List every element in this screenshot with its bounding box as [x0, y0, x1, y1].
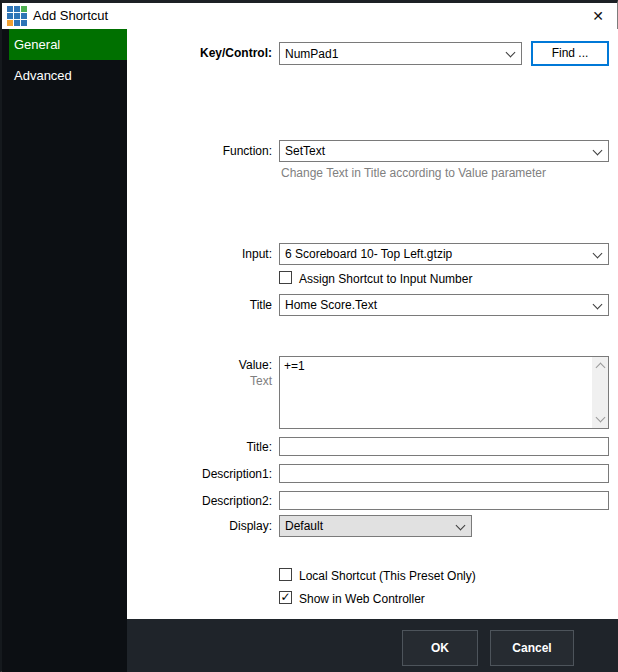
value-textarea[interactable]: +=1 — [280, 357, 591, 428]
description2-label: Description2: — [127, 494, 272, 508]
dialog-content: Key/Control: NumPad1 Find ... Function: … — [127, 29, 618, 619]
assign-shortcut-checkbox[interactable] — [279, 271, 292, 284]
title-input[interactable] — [279, 437, 609, 456]
sidebar: General Advanced — [2, 29, 127, 672]
display-label: Display: — [127, 519, 272, 533]
ok-button[interactable]: OK — [402, 630, 478, 666]
assign-shortcut-label: Assign Shortcut to Input Number — [299, 272, 472, 286]
key-control-select[interactable]: NumPad1 — [279, 42, 522, 65]
key-control-value: NumPad1 — [285, 47, 506, 61]
function-label: Function: — [127, 144, 272, 158]
local-shortcut-checkbox[interactable] — [279, 568, 292, 581]
description2-input[interactable] — [279, 491, 609, 510]
chevron-down-icon — [506, 49, 515, 58]
add-shortcut-dialog: Add Shortcut ✕ General Advanced Key/Cont… — [0, 0, 618, 672]
textarea-scrollbar[interactable] — [592, 357, 608, 428]
sidebar-item-advanced[interactable]: Advanced — [2, 60, 127, 91]
chevron-down-icon — [593, 147, 602, 156]
title-input-label: Title: — [127, 440, 272, 454]
web-controller-checkbox[interactable]: ✓ — [279, 591, 292, 604]
title-bar: Add Shortcut ✕ — [2, 3, 617, 29]
input-select[interactable]: 6 Scoreboard 10- Top Left.gtzip — [279, 243, 609, 265]
function-select[interactable]: SetText — [279, 140, 609, 162]
chevron-down-icon — [456, 522, 465, 531]
input-value: 6 Scoreboard 10- Top Left.gtzip — [285, 247, 593, 261]
function-description: Change Text in Title according to Value … — [281, 166, 546, 180]
description1-label: Description1: — [127, 467, 272, 481]
find-button[interactable]: Find ... — [531, 41, 609, 66]
key-control-label: Key/Control: — [127, 46, 272, 60]
scroll-up-icon[interactable] — [596, 362, 605, 371]
value-label: Value: — [127, 358, 272, 372]
web-controller-label: Show in Web Controller — [299, 592, 425, 606]
description1-input[interactable] — [279, 464, 609, 483]
scroll-down-icon[interactable] — [596, 414, 605, 423]
window-title: Add Shortcut — [33, 8, 108, 23]
display-select[interactable]: Default — [279, 515, 472, 537]
function-value: SetText — [285, 144, 593, 158]
footer-bar: OK Cancel — [127, 619, 618, 672]
app-logo-icon — [7, 6, 27, 26]
chevron-down-icon — [593, 301, 602, 310]
display-value: Default — [285, 519, 456, 533]
cancel-button[interactable]: Cancel — [490, 630, 574, 666]
close-icon[interactable]: ✕ — [589, 7, 607, 25]
title-select[interactable]: Home Score.Text — [279, 294, 609, 316]
local-shortcut-label: Local Shortcut (This Preset Only) — [299, 569, 476, 583]
title-select-value: Home Score.Text — [285, 298, 593, 312]
value-sublabel: Text — [127, 374, 272, 388]
input-label: Input: — [127, 247, 272, 261]
sidebar-item-general[interactable]: General — [9, 29, 127, 60]
value-textarea-frame: +=1 — [279, 356, 609, 429]
chevron-down-icon — [593, 250, 602, 259]
title-select-label: Title — [127, 298, 272, 312]
